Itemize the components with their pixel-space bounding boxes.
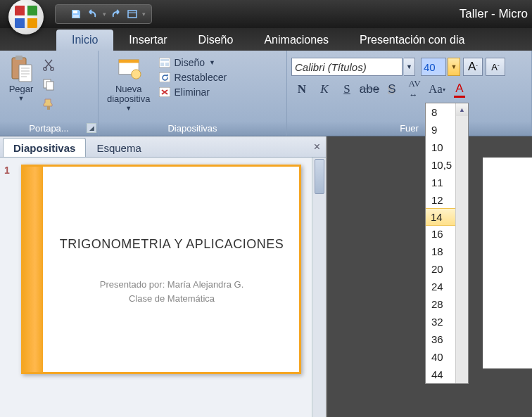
ribbon-tabs: Inicio Insertar Diseño Animaciones Prese…: [0, 28, 532, 51]
svg-rect-17: [165, 63, 169, 66]
slide-accent-bar: [23, 167, 43, 372]
dialog-launcher-icon[interactable]: ◢: [87, 123, 96, 133]
copy-icon[interactable]: [39, 76, 58, 93]
nueva-diapositiva-label: Nueva diapositiva: [107, 84, 150, 104]
slide-thumbnail[interactable]: TRIGONOMETRIA Y APLICACIONES Presentado …: [21, 165, 301, 374]
ribbon-group-fuente: Calibri (Títulos) ▼ 40 ▼ Aˆ Aˇ N K S abe…: [287, 51, 532, 136]
caret-down-icon: ▼: [125, 105, 132, 112]
redo-icon[interactable]: [108, 7, 123, 21]
layout-icon: [158, 57, 171, 68]
restablecer-button[interactable]: Restablecer: [157, 71, 228, 84]
qat-extra-icon[interactable]: [125, 7, 140, 21]
bold-button[interactable]: N: [291, 80, 312, 98]
svg-rect-18: [159, 72, 170, 82]
eliminar-label: Eliminar: [174, 86, 210, 98]
restablecer-label: Restablecer: [174, 72, 227, 83]
slide-subtitle-2: Clase de Matemática: [58, 293, 285, 304]
change-case-button[interactable]: Aa▾: [426, 80, 448, 98]
thumbnails-area: 1 TRIGONOMETRIA Y APLICACIONES Presentad…: [0, 158, 326, 417]
caret-down-icon: ▼: [18, 95, 25, 102]
font-size-input[interactable]: 40: [421, 58, 446, 76]
quick-access-toolbar: ▾ ▾: [55, 4, 152, 24]
thumbnails-scrollbar[interactable]: [312, 158, 326, 417]
grow-font-button[interactable]: Aˆ: [463, 58, 483, 76]
font-color-button[interactable]: A: [449, 80, 470, 98]
diseno-label: Diseño: [174, 57, 205, 68]
panel-tab-esquema[interactable]: Esquema: [86, 138, 151, 157]
group-label-fuente: Fuer: [287, 122, 531, 136]
save-icon[interactable]: [68, 7, 84, 21]
font-name-input[interactable]: Calibri (Títulos): [291, 58, 403, 76]
new-slide-icon: [116, 55, 141, 83]
panel-tabs: Diapositivas Esquema ×: [0, 136, 326, 158]
format-painter-icon[interactable]: [39, 96, 58, 113]
strikethrough-button[interactable]: abe: [359, 80, 380, 98]
text-shadow-button[interactable]: SS: [381, 80, 403, 98]
nueva-diapositiva-button[interactable]: Nueva diapositiva ▼: [103, 53, 154, 113]
diseno-button[interactable]: Diseño ▼: [157, 56, 228, 69]
group-label-portapapeles: Portapa...◢: [0, 122, 98, 136]
title-bar: ▾ ▾ Taller - Micro: [0, 0, 532, 28]
cut-icon[interactable]: [39, 56, 58, 73]
eliminar-button[interactable]: Eliminar: [157, 86, 228, 98]
ribbon-group-diapositivas: Nueva diapositiva ▼ Diseño ▼ Restablecer…: [99, 51, 287, 136]
char-spacing-button[interactable]: AV↔: [404, 80, 425, 98]
panel-tab-diapositivas[interactable]: Diapositivas: [3, 138, 86, 157]
svg-rect-15: [160, 59, 169, 61]
undo-icon[interactable]: [85, 7, 101, 21]
shrink-font-button[interactable]: Aˇ: [486, 58, 505, 76]
dropdown-scrollbar[interactable]: ▲: [455, 103, 468, 383]
window-title: Taller - Micro: [460, 7, 528, 21]
svg-rect-16: [160, 63, 164, 66]
svg-rect-4: [15, 56, 23, 60]
office-button[interactable]: [8, 0, 44, 34]
svg-rect-10: [47, 106, 50, 110]
svg-rect-0: [73, 11, 77, 13]
svg-rect-5: [19, 65, 32, 82]
group-label-diapositivas: Diapositivas: [99, 122, 286, 136]
paste-icon: [8, 55, 34, 83]
tab-insertar[interactable]: Insertar: [113, 30, 182, 51]
ribbon-group-portapapeles: Pegar ▼ Portapa...◢: [0, 51, 99, 136]
tab-animaciones[interactable]: Animaciones: [248, 30, 344, 51]
font-size-dropdown-list: 891010,5111214161820242832364044 ▲: [425, 103, 469, 384]
pegar-button[interactable]: Pegar ▼: [4, 53, 38, 103]
slide-title-text: TRIGONOMETRIA Y APLICACIONES: [58, 237, 285, 252]
slide-number: 1: [4, 165, 10, 176]
slide-panel: Diapositivas Esquema × 1 TRIGONOMETRIA Y…: [0, 136, 327, 417]
qat-dropdown-icon[interactable]: ▾: [141, 11, 146, 18]
tab-inicio[interactable]: Inicio: [56, 30, 113, 51]
svg-point-13: [132, 70, 141, 79]
qat-separator: ▾: [102, 11, 106, 18]
office-logo-icon: [15, 6, 37, 28]
svg-rect-12: [119, 60, 139, 63]
font-name-dropdown-icon[interactable]: ▼: [404, 58, 415, 76]
panel-close-icon[interactable]: ×: [314, 141, 320, 153]
reset-icon: [158, 72, 171, 83]
caret-down-icon: ▼: [209, 59, 215, 66]
svg-rect-1: [73, 15, 79, 18]
tab-diseno[interactable]: Diseño: [183, 30, 249, 51]
delete-slide-icon: [158, 86, 171, 98]
slide-subtitle-1: Presentado por: María Alejandra G.: [58, 279, 285, 290]
pegar-label: Pegar: [9, 84, 34, 94]
svg-rect-2: [128, 11, 137, 18]
slide-canvas[interactable]: [483, 158, 532, 368]
svg-rect-9: [46, 82, 53, 90]
underline-button[interactable]: S: [336, 80, 357, 98]
italic-button[interactable]: K: [314, 80, 335, 98]
tab-presentacion[interactable]: Presentación con dia: [344, 30, 480, 51]
font-size-dropdown-icon[interactable]: ▼: [448, 58, 460, 76]
scroll-up-icon[interactable]: ▲: [456, 103, 468, 116]
